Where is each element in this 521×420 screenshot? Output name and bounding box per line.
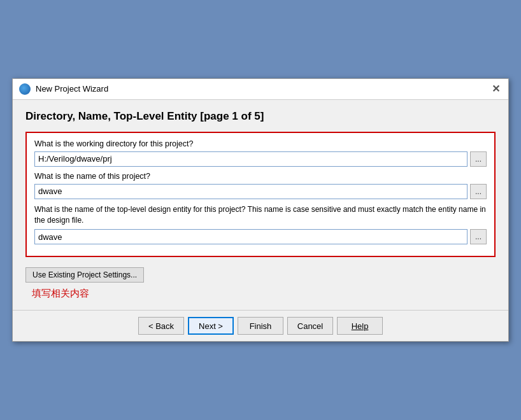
working-dir-browse-button[interactable]: ... (470, 151, 487, 167)
help-button[interactable]: Help (337, 317, 383, 335)
cancel-button[interactable]: Cancel (287, 317, 333, 335)
project-name-row: ... (34, 184, 487, 199)
new-project-wizard-dialog: New Project Wizard ✕ Directory, Name, To… (12, 78, 509, 342)
fields-section: What is the working directory for this p… (25, 132, 496, 258)
top-level-row: ... (34, 229, 487, 244)
annotation-text: 填写相关内容 (32, 288, 496, 300)
top-level-browse-button[interactable]: ... (470, 229, 487, 244)
working-dir-row: ... (34, 151, 487, 167)
titlebar: New Project Wizard ✕ (13, 79, 508, 100)
top-level-input[interactable] (34, 229, 467, 244)
dialog-footer: < Back Next > Finish Cancel Help (13, 310, 508, 341)
project-name-label: What is the name of this project? (34, 172, 487, 181)
project-name-browse-button[interactable]: ... (470, 184, 487, 199)
page-title: Directory, Name, Top-Level Entity [page … (25, 110, 496, 123)
titlebar-left: New Project Wizard (19, 83, 108, 95)
dialog-title: New Project Wizard (36, 84, 108, 94)
close-button[interactable]: ✕ (489, 83, 502, 95)
use-existing-settings-button[interactable]: Use Existing Project Settings... (25, 267, 144, 283)
working-dir-input[interactable] (34, 151, 467, 167)
next-button[interactable]: Next > (188, 317, 234, 335)
back-button[interactable]: < Back (138, 317, 184, 335)
dialog-content: Directory, Name, Top-Level Entity [page … (13, 100, 508, 311)
wizard-icon (19, 83, 31, 95)
finish-button[interactable]: Finish (238, 317, 283, 335)
project-name-input[interactable] (34, 184, 467, 199)
top-level-label: What is the name of the top-level design… (34, 204, 487, 226)
working-dir-label: What is the working directory for this p… (34, 139, 487, 148)
